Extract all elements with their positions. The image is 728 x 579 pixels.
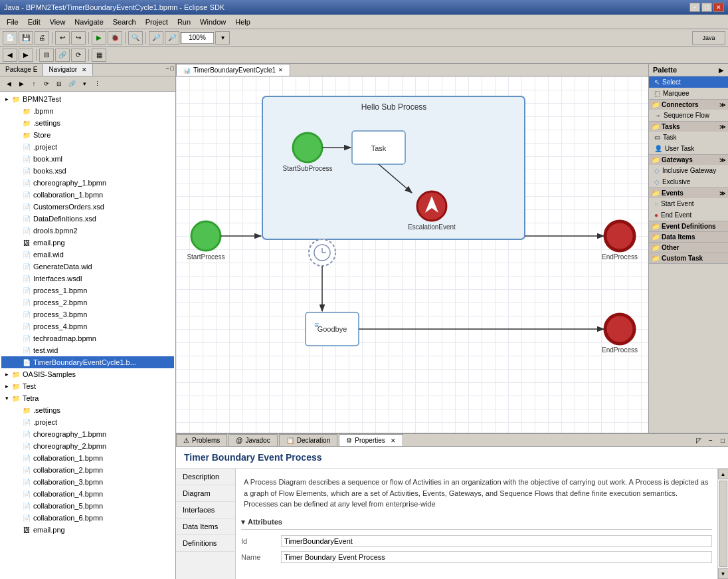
palette-item-task[interactable]: ▭ Task — [649, 132, 728, 143]
tree-item[interactable]: 📁.settings — [1, 117, 174, 129]
palette-item-end-event[interactable]: ● End Event — [649, 209, 728, 221]
tree-item[interactable]: 📄process_3.bpmn — [1, 308, 174, 320]
nav-menu-btn[interactable]: ⋮ — [91, 78, 103, 90]
tab-declaration[interactable]: 📋 Declaration — [279, 434, 338, 446]
canvas-area[interactable]: Hello Sub Process StartProcess StartSubP… — [176, 76, 648, 433]
save-button[interactable]: 💾 — [19, 31, 33, 45]
data-items-header[interactable]: 📁 Data Items — [649, 232, 728, 242]
name-input[interactable] — [281, 551, 712, 563]
tree-item[interactable]: 📄collaboration_2.bpmn — [1, 464, 174, 476]
tree-item[interactable]: 📄choreography_1.bpmn — [1, 428, 174, 440]
tree-item[interactable]: 🖼email.png — [1, 237, 174, 249]
tree-item[interactable]: 📄process_1.bpmn — [1, 285, 174, 296]
palette-item-sequence-flow[interactable]: → Sequence Flow — [649, 110, 728, 121]
event-definitions-header[interactable]: 📁 Event Definitions — [649, 221, 728, 231]
tree-item[interactable]: 📄DataDefinitions.xsd — [1, 213, 174, 225]
close-navigator-icon[interactable]: ✕ — [82, 66, 87, 73]
palette-item-marquee[interactable]: ⬚ Marquee — [649, 88, 728, 99]
sync-button[interactable]: ⟳ — [71, 49, 86, 62]
forward-button[interactable]: ▶ — [19, 49, 33, 62]
tree-item[interactable]: 📄books.xsd — [1, 165, 174, 177]
props-nav-description[interactable]: Description — [176, 469, 235, 485]
print-button[interactable]: 🖨 — [35, 31, 49, 45]
new-button[interactable]: 📄 — [3, 31, 17, 45]
tab-properties[interactable]: ⚙ Properties ✕ — [339, 434, 403, 446]
nav-refresh-btn[interactable]: ⟳ — [41, 78, 52, 90]
menu-window[interactable]: Window — [196, 17, 230, 27]
tree-item[interactable]: 📄collaboration_4.bpmn — [1, 488, 174, 500]
props-nav-interfaces[interactable]: Interfaces — [176, 502, 235, 519]
tree-expand-icon[interactable]: ▾ — [3, 395, 11, 402]
tree-item[interactable]: 📄test.wid — [1, 344, 174, 356]
props-scrollbar[interactable]: ▲ ▼ — [717, 469, 728, 579]
attributes-collapse-icon[interactable]: ▾ — [241, 518, 245, 526]
menu-help[interactable]: Help — [231, 17, 254, 27]
palette-item-start-event[interactable]: ○ Start Event — [649, 198, 728, 209]
tree-item[interactable]: 📄collaboration_1.bpmn — [1, 189, 174, 201]
zoom-out-button[interactable]: 🔎 — [165, 31, 179, 45]
redo-button[interactable]: ↪ — [71, 31, 86, 45]
gateways-header[interactable]: 📁 Gateways ≫ — [649, 155, 728, 165]
tree-expand-icon[interactable]: ▸ — [3, 371, 11, 378]
palette-item-inclusive-gateway[interactable]: ◇ Inclusive Gateway — [649, 165, 728, 176]
tree-item[interactable]: 📄TimerBoundaryEventCycle1.b... — [1, 356, 174, 368]
tree-item[interactable]: 📁Store — [1, 129, 174, 141]
menu-search[interactable]: Search — [109, 17, 140, 27]
zoom-dropdown[interactable]: ▾ — [215, 31, 230, 45]
nav-filter-btn[interactable]: ▾ — [78, 78, 90, 90]
props-action-btn-1[interactable]: ◸ — [693, 435, 704, 445]
id-input[interactable] — [281, 535, 712, 547]
editor-tab-close[interactable]: ✕ — [278, 67, 283, 73]
menu-view[interactable]: View — [46, 17, 70, 27]
custom-task-header[interactable]: 📁 Custom Task — [649, 253, 728, 263]
zoom-level-input[interactable]: 100% — [181, 32, 214, 44]
tree-item[interactable]: 📁.bpmn — [1, 105, 174, 117]
tree-item[interactable]: ▾📁Tetra — [1, 392, 174, 404]
tree-item[interactable]: 📄choreography_1.bpmn — [1, 177, 174, 189]
nav-up-btn[interactable]: ↑ — [28, 78, 40, 90]
properties-tab-close[interactable]: ✕ — [391, 437, 396, 444]
tab-problems[interactable]: ⚠ Problems — [176, 434, 227, 446]
maximize-button[interactable]: □ — [701, 3, 712, 12]
props-minimize-btn[interactable]: − — [705, 435, 716, 445]
other-header[interactable]: 📁 Other — [649, 243, 728, 253]
events-header[interactable]: 📁 Events ≫ — [649, 188, 728, 198]
tree-item[interactable]: 📄choreography_2.bpmn — [1, 440, 174, 452]
menu-edit[interactable]: Edit — [24, 17, 45, 27]
nav-link-btn[interactable]: 🔗 — [66, 78, 78, 90]
editor-tab-timer[interactable]: 📊 TimerBoundaryEventCycle1 ✕ — [176, 64, 290, 76]
tab-package-explorer[interactable]: Package E — [0, 64, 43, 76]
tree-item[interactable]: 📄drools.bpmn2 — [1, 225, 174, 237]
run-button[interactable]: ▶ — [92, 31, 106, 45]
tree-item[interactable]: ▸📁Test — [1, 380, 174, 392]
palette-collapse-icon[interactable]: ▶ — [719, 66, 724, 74]
menu-navigate[interactable]: Navigate — [70, 17, 107, 27]
collapse-all-button[interactable]: ⊟ — [39, 49, 54, 62]
nav-collapse-btn[interactable]: ⊟ — [53, 78, 65, 90]
palette-item-exclusive[interactable]: ◇ Exclusive — [649, 176, 728, 187]
filter-button[interactable]: ▦ — [92, 49, 106, 62]
menu-run[interactable]: Run — [173, 17, 195, 27]
search-button[interactable]: 🔍 — [128, 31, 143, 45]
scroll-up-btn[interactable]: ▲ — [718, 469, 729, 479]
debug-button[interactable]: 🐞 — [108, 31, 122, 45]
tree-item[interactable]: 📄collaboration_3.bpmn — [1, 476, 174, 488]
tasks-header[interactable]: 📁 Tasks ≫ — [649, 122, 728, 132]
props-maximize-btn[interactable]: □ — [717, 435, 728, 445]
tree-item[interactable]: 📄collaboration_5.bpmn — [1, 500, 174, 512]
tree-item[interactable]: 📄process_4.bpmn — [1, 320, 174, 332]
nav-forward-btn[interactable]: ▶ — [15, 78, 27, 90]
scroll-thumb[interactable] — [719, 481, 727, 567]
tree-item[interactable]: 📄collaboration_6.bpmn — [1, 512, 174, 524]
tab-javadoc[interactable]: @ Javadoc — [228, 434, 277, 446]
menu-project[interactable]: Project — [141, 17, 172, 27]
close-button[interactable]: ✕ — [713, 3, 724, 12]
palette-item-select[interactable]: ↖ Select — [649, 76, 728, 88]
connectors-header[interactable]: 📁 Connectors ≫ — [649, 100, 728, 110]
props-nav-data-items[interactable]: Data Items — [176, 519, 235, 535]
tree-item[interactable]: ▸📁BPMN2Test — [1, 93, 174, 105]
props-nav-definitions[interactable]: Definitions — [176, 535, 235, 552]
tree-item[interactable]: 📄techroadmap.bpmn — [1, 332, 174, 344]
tree-item[interactable]: 📄book.xml — [1, 153, 174, 165]
tree-item[interactable]: 🖼email.png — [1, 524, 174, 536]
